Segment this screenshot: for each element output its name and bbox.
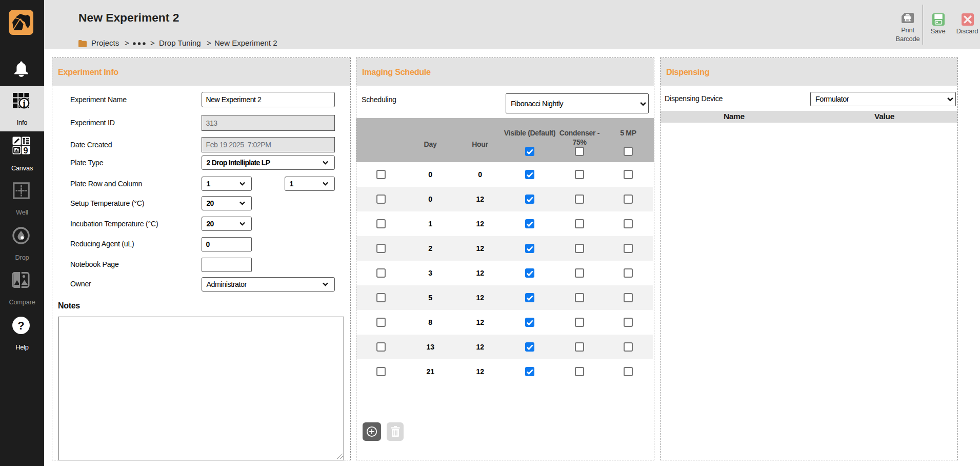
svg-text:i: i — [23, 98, 25, 108]
svg-text:9: 9 — [23, 146, 28, 154]
svg-text:?: ? — [17, 319, 24, 332]
